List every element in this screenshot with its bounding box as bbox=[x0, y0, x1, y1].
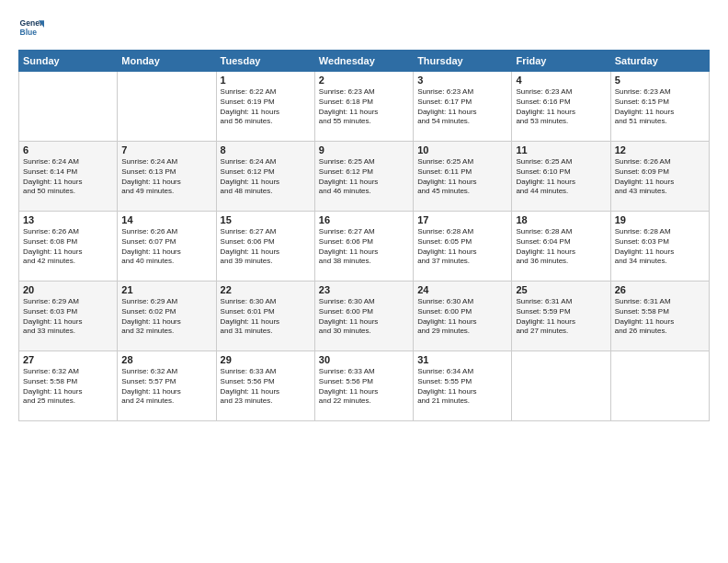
day-number: 15 bbox=[221, 214, 311, 225]
day-info: Sunrise: 6:23 AM Sunset: 6:18 PM Dayligh… bbox=[319, 87, 409, 127]
calendar-cell: 30Sunrise: 6:33 AM Sunset: 5:56 PM Dayli… bbox=[314, 351, 413, 421]
day-number: 6 bbox=[23, 144, 113, 155]
calendar-cell: 10Sunrise: 6:25 AM Sunset: 6:11 PM Dayli… bbox=[414, 142, 512, 212]
day-number: 9 bbox=[319, 144, 409, 155]
day-number: 17 bbox=[417, 214, 507, 225]
day-info: Sunrise: 6:29 AM Sunset: 6:03 PM Dayligh… bbox=[23, 297, 113, 337]
day-number: 11 bbox=[516, 144, 606, 155]
day-number: 8 bbox=[221, 144, 311, 155]
day-number: 18 bbox=[516, 214, 606, 225]
calendar-cell: 11Sunrise: 6:25 AM Sunset: 6:10 PM Dayli… bbox=[512, 142, 610, 212]
weekday-header: Tuesday bbox=[216, 51, 314, 72]
calendar-cell: 23Sunrise: 6:30 AM Sunset: 6:00 PM Dayli… bbox=[314, 282, 413, 351]
day-info: Sunrise: 6:33 AM Sunset: 5:56 PM Dayligh… bbox=[221, 367, 311, 407]
calendar-cell: 14Sunrise: 6:26 AM Sunset: 6:07 PM Dayli… bbox=[118, 212, 216, 282]
calendar-cell: 5Sunrise: 6:23 AM Sunset: 6:15 PM Daylig… bbox=[610, 72, 709, 142]
day-info: Sunrise: 6:22 AM Sunset: 6:19 PM Dayligh… bbox=[221, 87, 311, 127]
calendar-cell: 15Sunrise: 6:27 AM Sunset: 6:06 PM Dayli… bbox=[216, 212, 314, 282]
day-info: Sunrise: 6:28 AM Sunset: 6:05 PM Dayligh… bbox=[417, 227, 507, 267]
day-info: Sunrise: 6:25 AM Sunset: 6:11 PM Dayligh… bbox=[417, 157, 507, 197]
weekday-header: Sunday bbox=[19, 51, 118, 72]
weekday-header: Saturday bbox=[610, 51, 709, 72]
day-number: 23 bbox=[319, 284, 409, 295]
day-number: 19 bbox=[615, 214, 705, 225]
weekday-header: Thursday bbox=[414, 51, 512, 72]
svg-text:Blue: Blue bbox=[20, 28, 38, 37]
weekday-header: Wednesday bbox=[314, 51, 413, 72]
day-info: Sunrise: 6:29 AM Sunset: 6:02 PM Dayligh… bbox=[121, 297, 211, 337]
calendar-cell: 6Sunrise: 6:24 AM Sunset: 6:14 PM Daylig… bbox=[19, 142, 118, 212]
day-info: Sunrise: 6:32 AM Sunset: 5:57 PM Dayligh… bbox=[121, 367, 211, 407]
day-number: 25 bbox=[516, 284, 606, 295]
calendar-cell: 1Sunrise: 6:22 AM Sunset: 6:19 PM Daylig… bbox=[216, 72, 314, 142]
calendar-cell: 13Sunrise: 6:26 AM Sunset: 6:08 PM Dayli… bbox=[19, 212, 118, 282]
day-number: 26 bbox=[615, 284, 705, 295]
day-number: 7 bbox=[121, 144, 211, 155]
calendar-cell: 20Sunrise: 6:29 AM Sunset: 6:03 PM Dayli… bbox=[19, 282, 118, 351]
day-info: Sunrise: 6:26 AM Sunset: 6:08 PM Dayligh… bbox=[23, 227, 113, 267]
day-number: 3 bbox=[417, 75, 507, 86]
calendar-cell: 7Sunrise: 6:24 AM Sunset: 6:13 PM Daylig… bbox=[118, 142, 216, 212]
calendar-cell: 2Sunrise: 6:23 AM Sunset: 6:18 PM Daylig… bbox=[314, 72, 413, 142]
day-info: Sunrise: 6:31 AM Sunset: 5:59 PM Dayligh… bbox=[516, 297, 606, 337]
calendar-cell: 24Sunrise: 6:30 AM Sunset: 6:00 PM Dayli… bbox=[414, 282, 512, 351]
day-info: Sunrise: 6:30 AM Sunset: 6:01 PM Dayligh… bbox=[221, 297, 311, 337]
day-number: 29 bbox=[221, 354, 311, 365]
calendar-cell: 4Sunrise: 6:23 AM Sunset: 6:16 PM Daylig… bbox=[512, 72, 610, 142]
day-info: Sunrise: 6:23 AM Sunset: 6:15 PM Dayligh… bbox=[615, 87, 705, 127]
calendar-cell bbox=[512, 351, 610, 421]
day-info: Sunrise: 6:27 AM Sunset: 6:06 PM Dayligh… bbox=[221, 227, 311, 267]
day-number: 27 bbox=[23, 354, 113, 365]
day-number: 13 bbox=[23, 214, 113, 225]
weekday-header: Friday bbox=[512, 51, 610, 72]
day-number: 4 bbox=[516, 75, 606, 86]
day-info: Sunrise: 6:34 AM Sunset: 5:55 PM Dayligh… bbox=[417, 367, 507, 407]
day-info: Sunrise: 6:24 AM Sunset: 6:12 PM Dayligh… bbox=[221, 157, 311, 197]
calendar-week-row: 13Sunrise: 6:26 AM Sunset: 6:08 PM Dayli… bbox=[19, 212, 710, 282]
calendar-cell: 27Sunrise: 6:32 AM Sunset: 5:58 PM Dayli… bbox=[19, 351, 118, 421]
calendar-cell: 17Sunrise: 6:28 AM Sunset: 6:05 PM Dayli… bbox=[414, 212, 512, 282]
calendar-cell: 26Sunrise: 6:31 AM Sunset: 5:58 PM Dayli… bbox=[610, 282, 709, 351]
day-info: Sunrise: 6:25 AM Sunset: 6:12 PM Dayligh… bbox=[319, 157, 409, 197]
svg-text:General: General bbox=[20, 18, 44, 28]
calendar-cell bbox=[610, 351, 709, 421]
day-number: 30 bbox=[319, 354, 409, 365]
day-info: Sunrise: 6:26 AM Sunset: 6:09 PM Dayligh… bbox=[615, 157, 705, 197]
calendar-header: SundayMondayTuesdayWednesdayThursdayFrid… bbox=[19, 51, 710, 72]
day-number: 21 bbox=[121, 284, 211, 295]
header: General Blue bbox=[18, 15, 710, 40]
day-info: Sunrise: 6:33 AM Sunset: 5:56 PM Dayligh… bbox=[319, 367, 409, 407]
calendar-cell: 18Sunrise: 6:28 AM Sunset: 6:04 PM Dayli… bbox=[512, 212, 610, 282]
day-info: Sunrise: 6:24 AM Sunset: 6:14 PM Dayligh… bbox=[23, 157, 113, 197]
day-number: 31 bbox=[417, 354, 507, 365]
logo-icon: General Blue bbox=[18, 15, 44, 40]
calendar-table: SundayMondayTuesdayWednesdayThursdayFrid… bbox=[18, 50, 710, 421]
day-number: 10 bbox=[417, 144, 507, 155]
calendar-page: General Blue SundayMondayTuesdayWednesda… bbox=[0, 0, 728, 563]
day-number: 16 bbox=[319, 214, 409, 225]
calendar-cell bbox=[118, 72, 216, 142]
day-info: Sunrise: 6:25 AM Sunset: 6:10 PM Dayligh… bbox=[516, 157, 606, 197]
day-number: 22 bbox=[221, 284, 311, 295]
day-number: 14 bbox=[121, 214, 211, 225]
logo: General Blue bbox=[18, 15, 44, 40]
calendar-cell: 25Sunrise: 6:31 AM Sunset: 5:59 PM Dayli… bbox=[512, 282, 610, 351]
calendar-week-row: 6Sunrise: 6:24 AM Sunset: 6:14 PM Daylig… bbox=[19, 142, 710, 212]
day-number: 12 bbox=[615, 144, 705, 155]
day-info: Sunrise: 6:28 AM Sunset: 6:03 PM Dayligh… bbox=[615, 227, 705, 267]
calendar-cell: 21Sunrise: 6:29 AM Sunset: 6:02 PM Dayli… bbox=[118, 282, 216, 351]
calendar-week-row: 20Sunrise: 6:29 AM Sunset: 6:03 PM Dayli… bbox=[19, 282, 710, 351]
calendar-cell: 19Sunrise: 6:28 AM Sunset: 6:03 PM Dayli… bbox=[610, 212, 709, 282]
day-number: 2 bbox=[319, 75, 409, 86]
day-info: Sunrise: 6:31 AM Sunset: 5:58 PM Dayligh… bbox=[615, 297, 705, 337]
day-info: Sunrise: 6:23 AM Sunset: 6:16 PM Dayligh… bbox=[516, 87, 606, 127]
day-info: Sunrise: 6:28 AM Sunset: 6:04 PM Dayligh… bbox=[516, 227, 606, 267]
calendar-cell: 29Sunrise: 6:33 AM Sunset: 5:56 PM Dayli… bbox=[216, 351, 314, 421]
calendar-week-row: 27Sunrise: 6:32 AM Sunset: 5:58 PM Dayli… bbox=[19, 351, 710, 421]
day-number: 24 bbox=[417, 284, 507, 295]
day-number: 28 bbox=[121, 354, 211, 365]
calendar-cell bbox=[19, 72, 118, 142]
calendar-cell: 31Sunrise: 6:34 AM Sunset: 5:55 PM Dayli… bbox=[414, 351, 512, 421]
day-info: Sunrise: 6:27 AM Sunset: 6:06 PM Dayligh… bbox=[319, 227, 409, 267]
calendar-cell: 3Sunrise: 6:23 AM Sunset: 6:17 PM Daylig… bbox=[414, 72, 512, 142]
